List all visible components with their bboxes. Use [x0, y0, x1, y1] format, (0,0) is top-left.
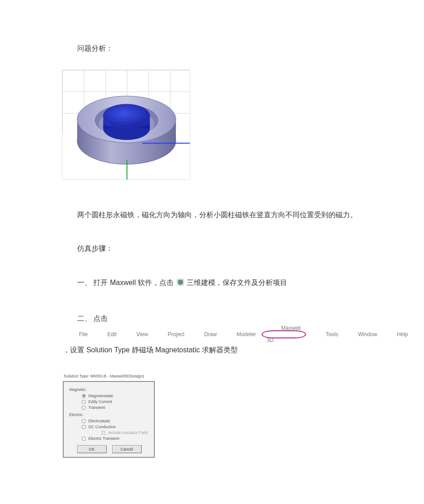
menu-project: Project: [153, 329, 184, 340]
solution-type-dialog: Magnetic: Magnetostatic Eddy Current Tra…: [63, 381, 155, 458]
menu-bar-image: File Edit View Project Draw Modeler Maxw…: [65, 329, 408, 340]
step-2: 二、 点击 File Edit View Project Draw Modele…: [63, 311, 361, 358]
problem-description: 两个圆柱形永磁铁，磁化方向为轴向，分析小圆柱磁铁在竖直方向不同位置受到的磁力。: [63, 207, 361, 223]
menu-edit: Edit: [93, 329, 117, 340]
solution-type-dialog-figure: Solution Type: MNSD-B - Maxwell3DDesign1…: [63, 374, 361, 458]
menu-modeler: Modeler: [222, 329, 256, 340]
step-1-number: 一、: [77, 279, 92, 286]
step-2-after-menu: ，设置 Solution Type 静磁场 Magnetostatic 求解器类…: [63, 346, 238, 354]
step-2-number: 二、: [77, 315, 92, 322]
radio-magnetostatic[interactable]: [82, 394, 86, 398]
step-1-before-icon: 打开 Maxwell 软件，点击: [93, 279, 174, 286]
radio-electrostatic[interactable]: [82, 419, 86, 423]
label-include-insulator-field: Include Insulator Field: [108, 430, 148, 435]
menu-help: Help: [383, 329, 408, 340]
maxwell-3d-design-icon: [177, 279, 184, 286]
menu-window: Window: [344, 329, 377, 340]
checkbox-include-insulator-field[interactable]: [101, 431, 105, 435]
label-magnetostatic: Magnetostatic: [88, 394, 114, 398]
ok-button[interactable]: OK: [77, 445, 107, 453]
heading-problem-analysis: 问题分析：: [63, 40, 361, 56]
axis-y-line: [127, 160, 127, 180]
svg-point-7: [103, 104, 150, 127]
cancel-button[interactable]: Cancel: [112, 445, 142, 453]
step-2-before-menu: 点击: [93, 315, 108, 322]
figure-3d-model: [62, 70, 361, 180]
radio-dc-conduction[interactable]: [82, 425, 86, 429]
menu-draw: Draw: [190, 329, 217, 340]
heading-simulation-steps: 仿真步骤：: [63, 241, 361, 256]
group-magnetic-label: Magnetic:: [69, 387, 149, 392]
dialog-title: Solution Type: MNSD-B - Maxwell3DDesign1: [64, 374, 156, 378]
menu-view: View: [122, 329, 148, 340]
label-eddy-current: Eddy Current: [88, 399, 112, 404]
step-1-after-icon: 三维建模，保存文件及分析项目: [187, 279, 287, 286]
label-electric-transient: Electric Transient: [88, 436, 119, 441]
axis-x-line: [142, 143, 190, 144]
menu-file: File: [65, 329, 87, 340]
label-transient: Transient: [88, 405, 105, 410]
radio-eddy-current[interactable]: [82, 400, 86, 404]
label-dc-conduction: DC Conduction: [88, 425, 116, 429]
group-electric-label: Electric:: [69, 412, 149, 417]
step-1: 一、 打开 Maxwell 软件，点击 三维建模，保存文件及分析项目: [63, 275, 361, 290]
menu-maxwell-3d-highlight: Maxwell 3D: [262, 330, 306, 338]
radio-electric-transient[interactable]: [82, 437, 86, 441]
radio-transient[interactable]: [82, 406, 86, 410]
label-electrostatic: Electrostatic: [88, 419, 110, 423]
menu-tools: Tools: [311, 329, 338, 340]
